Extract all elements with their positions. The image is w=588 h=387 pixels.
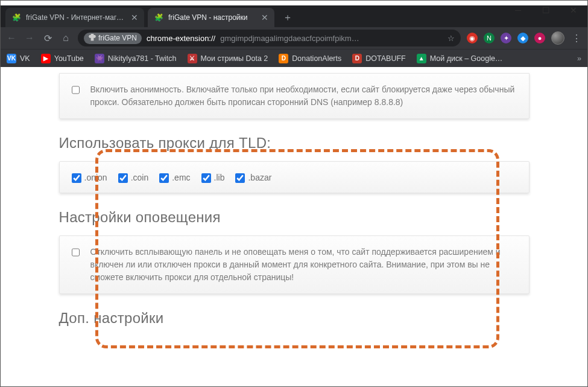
menu-icon[interactable]: ⋮ — [571, 32, 583, 44]
window-controls: ─ ☐ ✕ — [504, 1, 587, 20]
tab-title: friGate VPN - Интернет-магазин — [26, 13, 126, 22]
bookmark-star-icon[interactable]: ☆ — [447, 34, 455, 43]
omnibox[interactable]: friGate VPN chrome-extension://gmgimpdjm… — [78, 30, 461, 46]
tld-coin[interactable]: .coin — [118, 171, 149, 183]
puzzle-icon — [89, 34, 96, 43]
section-title-extra: Доп. настройки — [59, 310, 530, 327]
tld-lib[interactable]: .lib — [201, 171, 225, 183]
ext-icon-5[interactable]: ● — [534, 33, 545, 43]
tld-emc[interactable]: .emc — [159, 171, 190, 183]
bookmarks-bar: VKVK ▶YouTube 👾Nikitylya781 - Twitch ⚔Мо… — [1, 49, 587, 67]
tab-store[interactable]: 🧩 friGate VPN - Интернет-магазин ✕ — [5, 8, 144, 27]
bookmark-dotabuff[interactable]: DDOTABUFF — [352, 54, 405, 63]
bookmark-donationalerts[interactable]: DDonationAlerts — [279, 54, 341, 63]
reload-icon[interactable]: ⟳ — [42, 32, 54, 44]
tab-title: friGate VPN - настройки — [168, 13, 256, 22]
tld-bazar[interactable]: .bazar — [235, 171, 271, 183]
extension-icons: ◉ N ✦ ◆ ● — [467, 33, 545, 43]
bookmark-label: DOTABUFF — [365, 54, 405, 63]
close-button[interactable]: ✕ — [560, 1, 587, 20]
tld-label: .lib — [214, 173, 225, 182]
home-icon[interactable]: ⌂ — [60, 32, 72, 44]
bookmark-google-drive[interactable]: ▲Мой диск – Google… — [417, 54, 503, 63]
drive-icon: ▲ — [417, 54, 426, 63]
bookmark-label: Мой диск – Google… — [430, 54, 503, 63]
url-scheme: chrome-extension:// — [147, 34, 215, 43]
tld-row: .onion .coin .emc .lib .bazar — [72, 171, 272, 183]
bookmark-label: Nikitylya781 - Twitch — [108, 54, 177, 63]
bookmarks-overflow-icon[interactable]: » — [577, 54, 581, 63]
bookmark-label: DonationAlerts — [292, 54, 341, 63]
extension-favicon: 🧩 — [154, 13, 163, 22]
checkbox-anonymity[interactable] — [72, 85, 80, 95]
dota-icon: ⚔ — [188, 54, 197, 63]
dotabuff-icon: D — [352, 54, 362, 63]
bookmark-label: YouTube — [54, 54, 84, 63]
checkbox-emc[interactable] — [159, 173, 169, 183]
page-content: Включить анонимность. Включайте только п… — [1, 67, 587, 387]
tab-strip: 🧩 friGate VPN - Интернет-магазин ✕ 🧩 fri… — [1, 5, 587, 27]
tld-label: .coin — [131, 173, 149, 182]
checkbox-lib[interactable] — [201, 173, 211, 183]
bookmark-twitch[interactable]: 👾Nikitylya781 - Twitch — [95, 54, 177, 63]
section-title-notify: Настройки оповещения — [59, 209, 530, 226]
checkbox-coin[interactable] — [118, 173, 128, 183]
titlebar — [1, 1, 587, 5]
checkbox-onion[interactable] — [72, 173, 81, 183]
profile-avatar[interactable] — [551, 31, 564, 45]
youtube-icon: ▶ — [41, 54, 51, 63]
ext-icon-2[interactable]: N — [484, 33, 495, 43]
tld-onion[interactable]: .onion — [72, 171, 107, 183]
settings-page: Включить анонимность. Включайте только п… — [47, 73, 542, 327]
ext-icon-4[interactable]: ◆ — [517, 33, 528, 43]
section-title-tld: Использовать прокси для TLD: — [59, 135, 530, 152]
bookmark-label: VK — [20, 54, 30, 63]
tld-label: .bazar — [248, 173, 271, 182]
checkbox-disable-popup[interactable] — [72, 248, 80, 257]
vk-icon: VK — [7, 54, 16, 63]
extension-pill: friGate VPN — [84, 33, 142, 44]
card-notification: Отключить всплывающую панель и не оповещ… — [59, 235, 530, 294]
maximize-button[interactable]: ☐ — [532, 1, 560, 20]
back-icon[interactable]: ← — [5, 32, 17, 44]
bookmark-vk[interactable]: VKVK — [7, 54, 30, 63]
anonymity-description: Включить анонимность. Включайте только п… — [90, 83, 517, 109]
toolbar: ← → ⟳ ⌂ friGate VPN chrome-extension://g… — [1, 27, 587, 49]
bookmark-youtube[interactable]: ▶YouTube — [41, 54, 84, 63]
bookmark-dota2-streams[interactable]: ⚔Мои стримы Dota 2 — [188, 54, 268, 63]
minimize-button[interactable]: ─ — [504, 1, 532, 20]
card-tld: .onion .coin .emc .lib .bazar — [59, 161, 530, 193]
notification-description: Отключить всплывающую панель и не оповещ… — [90, 246, 517, 284]
tld-label: .emc — [172, 173, 190, 182]
forward-icon[interactable]: → — [24, 32, 36, 44]
bookmark-label: Мои стримы Dota 2 — [201, 54, 268, 63]
pill-label: friGate VPN — [98, 34, 137, 42]
tab-settings[interactable]: 🧩 friGate VPN - настройки ✕ — [148, 8, 274, 27]
tld-label: .onion — [84, 173, 107, 182]
new-tab-button[interactable]: ＋ — [279, 9, 296, 26]
donationalerts-icon: D — [279, 54, 288, 63]
twitch-icon: 👾 — [95, 54, 104, 63]
webstore-favicon: 🧩 — [11, 13, 21, 22]
ext-icon-1[interactable]: ◉ — [467, 33, 478, 43]
ext-icon-3[interactable]: ✦ — [501, 33, 511, 43]
close-icon[interactable]: ✕ — [131, 13, 138, 22]
checkbox-bazar[interactable] — [235, 173, 245, 183]
close-icon[interactable]: ✕ — [261, 13, 268, 22]
url-path: gmgimpdjmagalimgdaeacfcpoimfpikm… — [220, 34, 359, 43]
card-anonymity: Включить анонимность. Включайте только п… — [59, 73, 530, 119]
